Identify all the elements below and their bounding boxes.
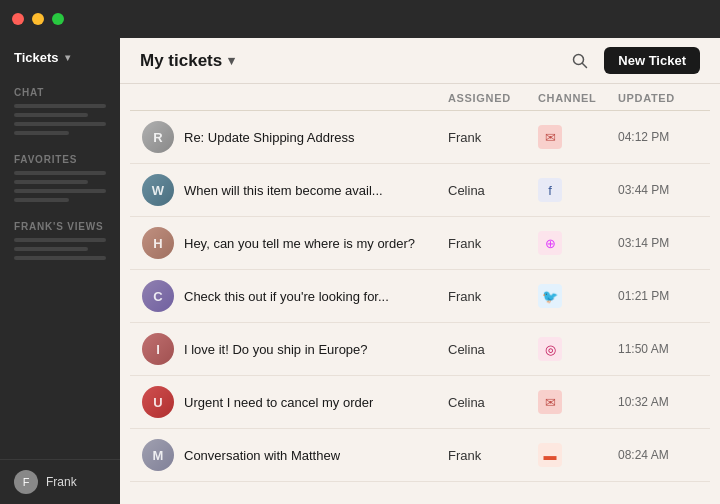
channel-cell: 🐦 (538, 284, 618, 308)
twitter-icon: 🐦 (538, 284, 562, 308)
main-header: My tickets ▾ New Ticket (120, 38, 720, 84)
facebook-icon: f (538, 178, 562, 202)
avatar: F (14, 470, 38, 494)
sidebar-line[interactable] (14, 104, 106, 108)
instagram-icon: ◎ (538, 337, 562, 361)
avatar: M (142, 439, 174, 471)
row-subject: MConversation with Matthew (142, 439, 448, 471)
chat-icon: ▬ (538, 443, 562, 467)
sidebar-line[interactable] (14, 189, 106, 193)
sidebar-chat-title: CHAT (14, 87, 106, 98)
row-subject: RRe: Update Shipping Address (142, 121, 448, 153)
channel-cell: ▬ (538, 443, 618, 467)
avatar: H (142, 227, 174, 259)
subject-text: Conversation with Matthew (184, 448, 340, 463)
table-header: Subject ASSIGNED CHANNEL UPDATED (130, 84, 710, 111)
updated-cell: 04:12 PM (618, 130, 698, 144)
avatar: C (142, 280, 174, 312)
sidebar-line[interactable] (14, 180, 88, 184)
svg-line-1 (583, 63, 587, 67)
row-subject: II love it! Do you ship in Europe? (142, 333, 448, 365)
avatar: U (142, 386, 174, 418)
new-ticket-button[interactable]: New Ticket (604, 47, 700, 74)
col-header-updated: UPDATED (618, 92, 698, 104)
subject-text: Hey, can you tell me where is my order? (184, 236, 415, 251)
avatar: I (142, 333, 174, 365)
title-bar (0, 0, 720, 38)
main-content: My tickets ▾ New Ticket Subject ASSIGNED… (120, 38, 720, 504)
messenger-icon: ⊕ (538, 231, 562, 255)
sidebar-favorites-title: FAVORITES (14, 154, 106, 165)
header-actions: New Ticket (568, 47, 700, 74)
sidebar-tickets-header[interactable]: Tickets ▾ (0, 38, 120, 77)
subject-text: Re: Update Shipping Address (184, 130, 355, 145)
channel-cell: ◎ (538, 337, 618, 361)
page-title: My tickets ▾ (140, 51, 235, 71)
sidebar-franks-views-title: FRANK'S VIEWS (14, 221, 106, 232)
sidebar-line[interactable] (14, 171, 106, 175)
channel-cell: ✉ (538, 390, 618, 414)
sidebar-section-chat: CHAT (0, 77, 120, 144)
updated-cell: 03:14 PM (618, 236, 698, 250)
table-row[interactable]: RRe: Update Shipping AddressFrank✉04:12 … (130, 111, 710, 164)
chevron-down-icon[interactable]: ▾ (228, 53, 235, 68)
search-button[interactable] (568, 49, 592, 73)
updated-cell: 01:21 PM (618, 289, 698, 303)
sidebar-user-name: Frank (46, 475, 77, 489)
table-row[interactable]: II love it! Do you ship in Europe?Celina… (130, 323, 710, 376)
updated-cell: 03:44 PM (618, 183, 698, 197)
minimize-button[interactable] (32, 13, 44, 25)
channel-cell: ✉ (538, 125, 618, 149)
sidebar-tickets-label: Tickets (14, 50, 59, 65)
subject-text: Urgent I need to cancel my order (184, 395, 373, 410)
table-row[interactable]: HHey, can you tell me where is my order?… (130, 217, 710, 270)
sidebar-line[interactable] (14, 131, 69, 135)
avatar: R (142, 121, 174, 153)
chevron-down-icon: ▾ (65, 52, 70, 63)
assigned-cell: Frank (448, 130, 538, 145)
app-body: Tickets ▾ CHAT FAVORITES FRANK'S VIEWS F (0, 38, 720, 504)
row-subject: HHey, can you tell me where is my order? (142, 227, 448, 259)
sidebar-line[interactable] (14, 122, 106, 126)
email-icon: ✉ (538, 390, 562, 414)
assigned-cell: Frank (448, 236, 538, 251)
sidebar-line[interactable] (14, 256, 106, 260)
table-row[interactable]: CCheck this out if you're looking for...… (130, 270, 710, 323)
table-row[interactable]: UUrgent I need to cancel my orderCelina✉… (130, 376, 710, 429)
avatar: W (142, 174, 174, 206)
table-row[interactable]: MConversation with MatthewFrank▬08:24 AM (130, 429, 710, 482)
tickets-table: Subject ASSIGNED CHANNEL UPDATED RRe: Up… (120, 84, 720, 504)
assigned-cell: Frank (448, 289, 538, 304)
row-subject: CCheck this out if you're looking for... (142, 280, 448, 312)
updated-cell: 10:32 AM (618, 395, 698, 409)
assigned-cell: Celina (448, 183, 538, 198)
sidebar-line[interactable] (14, 198, 69, 202)
channel-cell: f (538, 178, 618, 202)
sidebar-section-franks-views: FRANK'S VIEWS (0, 211, 120, 269)
assigned-cell: Frank (448, 448, 538, 463)
sidebar: Tickets ▾ CHAT FAVORITES FRANK'S VIEWS F (0, 38, 120, 504)
updated-cell: 11:50 AM (618, 342, 698, 356)
col-header-channel: CHANNEL (538, 92, 618, 104)
assigned-cell: Celina (448, 342, 538, 357)
assigned-cell: Celina (448, 395, 538, 410)
subject-text: Check this out if you're looking for... (184, 289, 389, 304)
row-subject: UUrgent I need to cancel my order (142, 386, 448, 418)
table-body: RRe: Update Shipping AddressFrank✉04:12 … (130, 111, 710, 482)
sidebar-line[interactable] (14, 247, 88, 251)
email-icon: ✉ (538, 125, 562, 149)
close-button[interactable] (12, 13, 24, 25)
sidebar-section-favorites: FAVORITES (0, 144, 120, 211)
sidebar-line[interactable] (14, 113, 88, 117)
subject-text: I love it! Do you ship in Europe? (184, 342, 368, 357)
subject-text: When will this item become avail... (184, 183, 383, 198)
row-subject: WWhen will this item become avail... (142, 174, 448, 206)
sidebar-line[interactable] (14, 238, 106, 242)
channel-cell: ⊕ (538, 231, 618, 255)
updated-cell: 08:24 AM (618, 448, 698, 462)
col-header-assigned: ASSIGNED (448, 92, 538, 104)
col-header-subject: Subject (142, 92, 448, 104)
maximize-button[interactable] (52, 13, 64, 25)
sidebar-footer[interactable]: F Frank (0, 459, 120, 504)
table-row[interactable]: WWhen will this item become avail...Celi… (130, 164, 710, 217)
